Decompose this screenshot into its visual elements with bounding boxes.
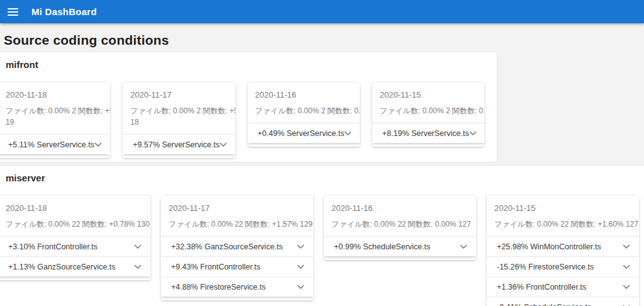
date-card-header: 2020-11-18 ファイル数: 0.00% 22 関数数: +0.78% 1… bbox=[0, 196, 150, 236]
file-change-label: +4.88% FirestoreService.ts bbox=[171, 283, 265, 292]
card-date: 2020-11-16 bbox=[331, 203, 469, 213]
card-stats: ファイル数: 0.00% 2 関数数: +5.88%18 bbox=[130, 105, 227, 128]
hamburger-menu-icon bbox=[8, 8, 18, 16]
card-date: 2020-11-18 bbox=[6, 203, 143, 213]
card-stats-line: ファイル数: 0.00% 22 関数数: +1.60% 127 bbox=[494, 218, 631, 230]
date-cards-row: 2020-11-18 ファイル数: 0.00% 2 関数数: +5.56%19 … bbox=[0, 82, 497, 162]
chevron-down-icon bbox=[297, 244, 304, 249]
file-accordion-row[interactable]: +8.19% ServerService.ts bbox=[372, 123, 484, 143]
card-date: 2020-11-17 bbox=[130, 90, 227, 99]
file-change-label: +32.38% GanzSourceService.ts bbox=[171, 242, 283, 251]
chevron-down-icon bbox=[344, 131, 352, 136]
date-card-header: 2020-11-17 ファイル数: 0.00% 2 関数数: +5.88%18 bbox=[123, 82, 235, 134]
card-stats-line: ファイル数: 0.00% 2 関数数: 0.00% 17 bbox=[255, 105, 352, 116]
project-section-mifront: mifront 2020-11-18 ファイル数: 0.00% 2 関数数: +… bbox=[0, 52, 497, 162]
card-stats-line: ファイル数: 0.00% 22 関数数: +1.57% 129 bbox=[169, 218, 306, 230]
card-stats-line: ファイル数: 0.00% 22 関数数: 0.00% 127 bbox=[331, 218, 469, 230]
date-card-footer bbox=[0, 276, 150, 280]
file-accordion-row[interactable]: +1.36% FrontController.ts bbox=[487, 276, 639, 297]
card-stats-line: ファイル数: 0.00% 2 関数数: +5.88% bbox=[130, 105, 227, 116]
file-change-label: -0.41% ScheduleService.ts bbox=[497, 303, 591, 306]
date-cards-row: 2020-11-18 ファイル数: 0.00% 22 関数数: +0.78% 1… bbox=[0, 196, 644, 306]
file-change-label: +0.99% ScheduleService.ts bbox=[334, 242, 430, 251]
card-stats: ファイル数: 0.00% 22 関数数: +0.78% 130 bbox=[6, 218, 143, 230]
date-card-footer bbox=[0, 154, 110, 158]
date-card-footer bbox=[123, 154, 235, 158]
file-accordion-row[interactable]: +25.98% WinMonController.ts bbox=[487, 236, 639, 256]
file-accordion-list: +9.57% ServerService.ts bbox=[123, 134, 235, 154]
chevron-down-icon bbox=[623, 264, 630, 269]
chevron-down-icon bbox=[469, 131, 477, 136]
file-change-label: +3.10% FrontController.ts bbox=[8, 242, 97, 251]
file-accordion-list: +5.11% ServerService.ts bbox=[0, 134, 110, 154]
file-accordion-list: +25.98% WinMonController.ts -15.26% Fire… bbox=[487, 236, 639, 306]
date-card: 2020-11-18 ファイル数: 0.00% 22 関数数: +0.78% 1… bbox=[0, 196, 150, 280]
chevron-down-icon bbox=[623, 285, 630, 290]
card-stats-line: ファイル数: 0.00% 2 関数数: +5.56% bbox=[6, 105, 103, 116]
date-card: 2020-11-16 ファイル数: 0.00% 22 関数数: 0.00% 12… bbox=[324, 196, 476, 260]
file-change-label: +9.43% FrontController.ts bbox=[171, 263, 260, 271]
file-change-label: +0.49% ServerService.ts bbox=[258, 129, 345, 138]
date-card: 2020-11-17 ファイル数: 0.00% 22 関数数: +1.57% 1… bbox=[161, 196, 313, 300]
date-card-header: 2020-11-18 ファイル数: 0.00% 2 関数数: +5.56%19 bbox=[0, 82, 110, 134]
date-card-header: 2020-11-16 ファイル数: 0.00% 22 関数数: 0.00% 12… bbox=[324, 196, 476, 236]
app-bar: Mi DashBoard bbox=[0, 0, 644, 23]
project-name: miserver bbox=[0, 166, 644, 183]
sections-container: mifront 2020-11-18 ファイル数: 0.00% 2 関数数: +… bbox=[0, 52, 644, 306]
project-name: mifront bbox=[0, 52, 497, 70]
card-stats: ファイル数: 0.00% 22 関数数: +1.57% 129 bbox=[169, 218, 306, 230]
card-date: 2020-11-18 bbox=[6, 90, 103, 99]
date-card-header: 2020-11-17 ファイル数: 0.00% 22 関数数: +1.57% 1… bbox=[161, 196, 313, 236]
card-stats: ファイル数: 0.00% 22 関数数: 0.00% 127 bbox=[331, 218, 469, 230]
file-accordion-row[interactable]: +3.10% FrontController.ts bbox=[0, 236, 150, 256]
file-accordion-list: +32.38% GanzSourceService.ts +9.43% Fron… bbox=[161, 236, 313, 297]
file-accordion-row[interactable]: +32.38% GanzSourceService.ts bbox=[161, 236, 313, 256]
chevron-down-icon bbox=[623, 244, 630, 249]
file-change-label: -15.26% FirestoreService.ts bbox=[497, 263, 594, 271]
card-stats-line: ファイル数: 0.00% 22 関数数: +0.78% 130 bbox=[6, 218, 143, 230]
date-card-footer bbox=[248, 143, 360, 147]
file-change-label: +25.98% WinMonController.ts bbox=[497, 242, 601, 251]
file-change-label: +9.57% ServerService.ts bbox=[133, 140, 219, 149]
file-accordion-row[interactable]: +0.99% ScheduleService.ts bbox=[324, 236, 476, 256]
file-change-label: +8.19% ServerService.ts bbox=[382, 129, 469, 138]
file-accordion-row[interactable]: +0.49% ServerService.ts bbox=[248, 123, 360, 143]
card-stats-line: 19 bbox=[6, 116, 103, 128]
date-card-footer bbox=[161, 297, 313, 300]
file-accordion-row[interactable]: -0.41% ScheduleService.ts bbox=[487, 297, 639, 306]
menu-button[interactable] bbox=[4, 3, 21, 21]
file-accordion-row[interactable]: +1.13% GanzSourceService.ts bbox=[0, 256, 150, 276]
card-date: 2020-11-17 bbox=[169, 203, 306, 213]
card-date: 2020-11-15 bbox=[380, 90, 477, 99]
file-accordion-list: +3.10% FrontController.ts +1.13% GanzSou… bbox=[0, 236, 150, 276]
date-card-header: 2020-11-16 ファイル数: 0.00% 2 関数数: 0.00% 17 bbox=[248, 82, 360, 123]
card-date: 2020-11-16 bbox=[255, 90, 352, 99]
chevron-down-icon bbox=[134, 244, 142, 249]
file-accordion-row[interactable]: +9.57% ServerService.ts bbox=[123, 134, 235, 154]
file-accordion-row[interactable]: -15.26% FirestoreService.ts bbox=[487, 256, 639, 276]
date-card: 2020-11-17 ファイル数: 0.00% 2 関数数: +5.88%18 … bbox=[123, 82, 235, 158]
file-accordion-row[interactable]: +9.43% FrontController.ts bbox=[161, 256, 313, 276]
chevron-down-icon bbox=[297, 285, 304, 290]
date-card: 2020-11-15 ファイル数: 0.00% 22 関数数: +1.60% 1… bbox=[487, 196, 639, 306]
card-stats: ファイル数: 0.00% 2 関数数: 0.00% 17 bbox=[255, 105, 352, 116]
app-title: Mi DashBoard bbox=[31, 6, 97, 17]
file-accordion-row[interactable]: +5.11% ServerService.ts bbox=[0, 134, 110, 154]
chevron-down-icon bbox=[460, 244, 467, 249]
file-change-label: +5.11% ServerService.ts bbox=[8, 140, 94, 149]
file-accordion-list: +8.19% ServerService.ts bbox=[372, 123, 484, 143]
date-card: 2020-11-16 ファイル数: 0.00% 2 関数数: 0.00% 17 … bbox=[248, 82, 360, 147]
file-change-label: +1.13% GanzSourceService.ts bbox=[8, 263, 116, 271]
date-card-header: 2020-11-15 ファイル数: 0.00% 2 関数数: 0.00% 17 bbox=[372, 82, 484, 123]
card-stats-line: 18 bbox=[130, 116, 227, 128]
project-section-miserver: miserver 2020-11-18 ファイル数: 0.00% 22 関数数:… bbox=[0, 165, 644, 306]
app-root: Mi DashBoard Source coding conditions mi… bbox=[0, 0, 644, 306]
file-accordion-row[interactable]: +4.88% FirestoreService.ts bbox=[161, 276, 313, 297]
file-change-label: +1.36% FrontController.ts bbox=[497, 283, 586, 292]
date-card-footer bbox=[372, 143, 484, 147]
date-card: 2020-11-15 ファイル数: 0.00% 2 関数数: 0.00% 17 … bbox=[372, 82, 484, 147]
chevron-down-icon bbox=[297, 264, 304, 269]
card-stats: ファイル数: 0.00% 2 関数数: +5.56%19 bbox=[6, 105, 103, 128]
file-accordion-list: +0.99% ScheduleService.ts bbox=[324, 236, 476, 256]
card-stats-line: ファイル数: 0.00% 2 関数数: 0.00% 17 bbox=[380, 105, 477, 116]
